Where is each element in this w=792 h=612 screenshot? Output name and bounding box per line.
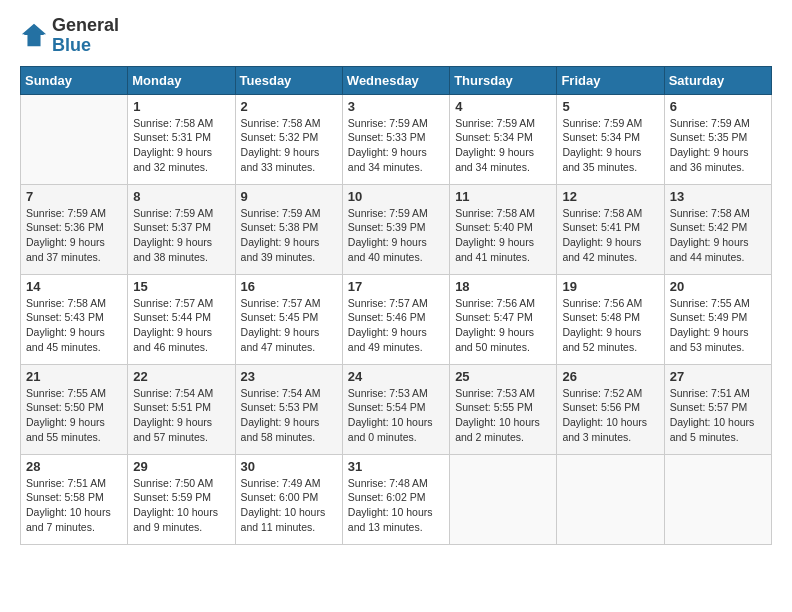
svg-marker-0 — [24, 26, 45, 47]
calendar-cell: 21Sunrise: 7:55 AMSunset: 5:50 PMDayligh… — [21, 364, 128, 454]
day-info: Sunrise: 7:59 AMSunset: 5:37 PMDaylight:… — [133, 206, 229, 265]
logo: GeneralBlue — [20, 16, 119, 56]
weekday-header-thursday: Thursday — [450, 66, 557, 94]
day-info: Sunrise: 7:55 AMSunset: 5:50 PMDaylight:… — [26, 386, 122, 445]
logo-icon — [20, 22, 48, 50]
calendar-cell: 14Sunrise: 7:58 AMSunset: 5:43 PMDayligh… — [21, 274, 128, 364]
calendar-cell: 24Sunrise: 7:53 AMSunset: 5:54 PMDayligh… — [342, 364, 449, 454]
day-number: 8 — [133, 189, 229, 204]
day-info: Sunrise: 7:54 AMSunset: 5:51 PMDaylight:… — [133, 386, 229, 445]
day-number: 28 — [26, 459, 122, 474]
weekday-header-tuesday: Tuesday — [235, 66, 342, 94]
day-number: 25 — [455, 369, 551, 384]
day-number: 27 — [670, 369, 766, 384]
day-number: 21 — [26, 369, 122, 384]
day-info: Sunrise: 7:58 AMSunset: 5:43 PMDaylight:… — [26, 296, 122, 355]
calendar-cell: 6Sunrise: 7:59 AMSunset: 5:35 PMDaylight… — [664, 94, 771, 184]
day-info: Sunrise: 7:59 AMSunset: 5:33 PMDaylight:… — [348, 116, 444, 175]
weekday-header-saturday: Saturday — [664, 66, 771, 94]
day-number: 22 — [133, 369, 229, 384]
calendar-cell: 3Sunrise: 7:59 AMSunset: 5:33 PMDaylight… — [342, 94, 449, 184]
day-number: 20 — [670, 279, 766, 294]
weekday-header-sunday: Sunday — [21, 66, 128, 94]
calendar-cell: 31Sunrise: 7:48 AMSunset: 6:02 PMDayligh… — [342, 454, 449, 544]
day-number: 31 — [348, 459, 444, 474]
day-number: 19 — [562, 279, 658, 294]
day-info: Sunrise: 7:58 AMSunset: 5:31 PMDaylight:… — [133, 116, 229, 175]
day-number: 24 — [348, 369, 444, 384]
day-info: Sunrise: 7:59 AMSunset: 5:39 PMDaylight:… — [348, 206, 444, 265]
day-number: 17 — [348, 279, 444, 294]
day-info: Sunrise: 7:59 AMSunset: 5:34 PMDaylight:… — [455, 116, 551, 175]
day-info: Sunrise: 7:59 AMSunset: 5:36 PMDaylight:… — [26, 206, 122, 265]
logo-general: General — [52, 16, 119, 36]
day-number: 9 — [241, 189, 337, 204]
calendar-cell: 18Sunrise: 7:56 AMSunset: 5:47 PMDayligh… — [450, 274, 557, 364]
day-info: Sunrise: 7:58 AMSunset: 5:42 PMDaylight:… — [670, 206, 766, 265]
page-header: GeneralBlue — [20, 16, 772, 56]
day-info: Sunrise: 7:58 AMSunset: 5:32 PMDaylight:… — [241, 116, 337, 175]
calendar-cell — [450, 454, 557, 544]
day-info: Sunrise: 7:57 AMSunset: 5:45 PMDaylight:… — [241, 296, 337, 355]
week-row-5: 28Sunrise: 7:51 AMSunset: 5:58 PMDayligh… — [21, 454, 772, 544]
day-info: Sunrise: 7:57 AMSunset: 5:46 PMDaylight:… — [348, 296, 444, 355]
weekday-header-monday: Monday — [128, 66, 235, 94]
week-row-1: 1Sunrise: 7:58 AMSunset: 5:31 PMDaylight… — [21, 94, 772, 184]
day-info: Sunrise: 7:53 AMSunset: 5:54 PMDaylight:… — [348, 386, 444, 445]
day-info: Sunrise: 7:59 AMSunset: 5:38 PMDaylight:… — [241, 206, 337, 265]
day-number: 6 — [670, 99, 766, 114]
day-info: Sunrise: 7:55 AMSunset: 5:49 PMDaylight:… — [670, 296, 766, 355]
day-number: 26 — [562, 369, 658, 384]
calendar-cell — [21, 94, 128, 184]
calendar-cell: 22Sunrise: 7:54 AMSunset: 5:51 PMDayligh… — [128, 364, 235, 454]
calendar-cell: 4Sunrise: 7:59 AMSunset: 5:34 PMDaylight… — [450, 94, 557, 184]
calendar-cell: 11Sunrise: 7:58 AMSunset: 5:40 PMDayligh… — [450, 184, 557, 274]
calendar-cell: 19Sunrise: 7:56 AMSunset: 5:48 PMDayligh… — [557, 274, 664, 364]
calendar-cell — [557, 454, 664, 544]
calendar-cell: 23Sunrise: 7:54 AMSunset: 5:53 PMDayligh… — [235, 364, 342, 454]
day-info: Sunrise: 7:54 AMSunset: 5:53 PMDaylight:… — [241, 386, 337, 445]
day-info: Sunrise: 7:52 AMSunset: 5:56 PMDaylight:… — [562, 386, 658, 445]
day-number: 13 — [670, 189, 766, 204]
calendar-cell: 7Sunrise: 7:59 AMSunset: 5:36 PMDaylight… — [21, 184, 128, 274]
calendar-cell: 5Sunrise: 7:59 AMSunset: 5:34 PMDaylight… — [557, 94, 664, 184]
week-row-3: 14Sunrise: 7:58 AMSunset: 5:43 PMDayligh… — [21, 274, 772, 364]
calendar-cell: 26Sunrise: 7:52 AMSunset: 5:56 PMDayligh… — [557, 364, 664, 454]
calendar-cell: 9Sunrise: 7:59 AMSunset: 5:38 PMDaylight… — [235, 184, 342, 274]
calendar-cell: 13Sunrise: 7:58 AMSunset: 5:42 PMDayligh… — [664, 184, 771, 274]
day-info: Sunrise: 7:49 AMSunset: 6:00 PMDaylight:… — [241, 476, 337, 535]
day-number: 16 — [241, 279, 337, 294]
calendar-cell: 15Sunrise: 7:57 AMSunset: 5:44 PMDayligh… — [128, 274, 235, 364]
calendar-table: SundayMondayTuesdayWednesdayThursdayFrid… — [20, 66, 772, 545]
day-info: Sunrise: 7:50 AMSunset: 5:59 PMDaylight:… — [133, 476, 229, 535]
day-number: 14 — [26, 279, 122, 294]
day-info: Sunrise: 7:59 AMSunset: 5:34 PMDaylight:… — [562, 116, 658, 175]
day-info: Sunrise: 7:58 AMSunset: 5:41 PMDaylight:… — [562, 206, 658, 265]
day-info: Sunrise: 7:56 AMSunset: 5:47 PMDaylight:… — [455, 296, 551, 355]
day-number: 1 — [133, 99, 229, 114]
day-number: 3 — [348, 99, 444, 114]
calendar-cell: 30Sunrise: 7:49 AMSunset: 6:00 PMDayligh… — [235, 454, 342, 544]
day-info: Sunrise: 7:48 AMSunset: 6:02 PMDaylight:… — [348, 476, 444, 535]
day-number: 29 — [133, 459, 229, 474]
calendar-cell: 27Sunrise: 7:51 AMSunset: 5:57 PMDayligh… — [664, 364, 771, 454]
day-number: 5 — [562, 99, 658, 114]
calendar-cell: 12Sunrise: 7:58 AMSunset: 5:41 PMDayligh… — [557, 184, 664, 274]
day-info: Sunrise: 7:59 AMSunset: 5:35 PMDaylight:… — [670, 116, 766, 175]
calendar-cell: 17Sunrise: 7:57 AMSunset: 5:46 PMDayligh… — [342, 274, 449, 364]
weekday-header-wednesday: Wednesday — [342, 66, 449, 94]
calendar-cell: 28Sunrise: 7:51 AMSunset: 5:58 PMDayligh… — [21, 454, 128, 544]
calendar-cell: 16Sunrise: 7:57 AMSunset: 5:45 PMDayligh… — [235, 274, 342, 364]
calendar-cell: 10Sunrise: 7:59 AMSunset: 5:39 PMDayligh… — [342, 184, 449, 274]
day-info: Sunrise: 7:57 AMSunset: 5:44 PMDaylight:… — [133, 296, 229, 355]
logo-text: GeneralBlue — [52, 16, 119, 56]
day-info: Sunrise: 7:51 AMSunset: 5:58 PMDaylight:… — [26, 476, 122, 535]
day-number: 11 — [455, 189, 551, 204]
calendar-cell: 29Sunrise: 7:50 AMSunset: 5:59 PMDayligh… — [128, 454, 235, 544]
day-number: 12 — [562, 189, 658, 204]
day-number: 4 — [455, 99, 551, 114]
calendar-cell: 2Sunrise: 7:58 AMSunset: 5:32 PMDaylight… — [235, 94, 342, 184]
day-info: Sunrise: 7:58 AMSunset: 5:40 PMDaylight:… — [455, 206, 551, 265]
day-number: 18 — [455, 279, 551, 294]
calendar-cell: 8Sunrise: 7:59 AMSunset: 5:37 PMDaylight… — [128, 184, 235, 274]
